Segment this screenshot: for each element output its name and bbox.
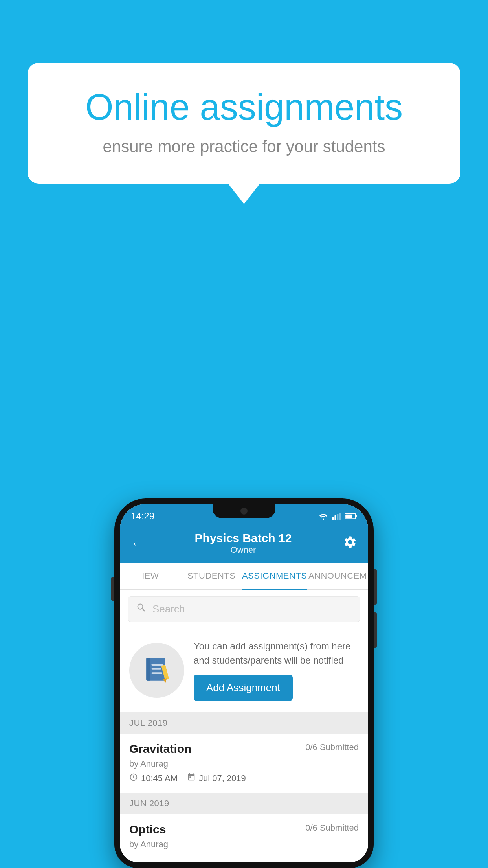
tabs-bar: IEW STUDENTS ASSIGNMENTS ANNOUNCEM xyxy=(120,563,368,590)
header-center: Physics Batch 12 Owner xyxy=(195,531,292,555)
back-button[interactable]: ← xyxy=(131,536,143,551)
svg-rect-7 xyxy=(345,515,352,518)
app-header: ← Physics Batch 12 Owner xyxy=(120,524,368,563)
assignment-item-optics[interactable]: Optics 0/6 Submitted by Anurag xyxy=(120,814,368,862)
svg-rect-2 xyxy=(334,515,336,520)
assignment-meta: 10:45 AM Jul 07, 2019 xyxy=(129,773,359,784)
phone-wrapper: 14:29 xyxy=(114,498,374,868)
svg-rect-6 xyxy=(356,515,357,517)
phone-frame: 14:29 xyxy=(114,498,374,868)
calendar-icon xyxy=(187,773,196,784)
tab-assignments[interactable]: ASSIGNMENTS xyxy=(242,563,307,590)
assignment-name-optics: Optics xyxy=(129,823,166,836)
clock-icon xyxy=(129,773,138,784)
phone-screen: 14:29 xyxy=(120,504,368,862)
svg-rect-12 xyxy=(152,672,162,674)
search-container: Search xyxy=(120,590,368,628)
assignment-status: 0/6 Submitted xyxy=(305,742,359,752)
svg-rect-1 xyxy=(332,517,334,520)
tab-overview[interactable]: IEW xyxy=(120,563,181,589)
signal-icon xyxy=(332,512,341,520)
volume-button xyxy=(111,577,114,601)
promo-right: You can add assignment(s) from here and … xyxy=(194,639,359,701)
svg-rect-4 xyxy=(339,513,341,520)
promo-icon-circle xyxy=(129,643,184,698)
tab-announcements[interactable]: ANNOUNCEM xyxy=(307,563,368,589)
bubble-title: Online assignments xyxy=(59,86,429,128)
assignment-author: by Anurag xyxy=(129,759,359,769)
assignment-time: 10:45 AM xyxy=(129,773,178,784)
wifi-icon xyxy=(318,512,329,520)
assignment-item-gravitation[interactable]: Gravitation 0/6 Submitted by Anurag 10:4… xyxy=(120,734,368,793)
search-placeholder: Search xyxy=(152,603,185,615)
status-icons xyxy=(318,512,357,520)
month-header-jun: JUN 2019 xyxy=(120,793,368,814)
assignment-author-optics: by Anurag xyxy=(129,839,359,850)
power-button xyxy=(374,569,377,605)
bubble-subtitle: ensure more practice for your students xyxy=(59,137,429,156)
svg-rect-10 xyxy=(152,664,163,666)
assignment-row-top: Gravitation 0/6 Submitted xyxy=(129,742,359,756)
month-header-jul: JUL 2019 xyxy=(120,712,368,734)
header-title: Physics Batch 12 xyxy=(195,531,292,545)
search-icon xyxy=(136,602,147,616)
svg-rect-11 xyxy=(152,668,161,669)
assignment-date: Jul 07, 2019 xyxy=(187,773,246,784)
speech-bubble: Online assignments ensure more practice … xyxy=(28,63,460,184)
assignment-row-top-optics: Optics 0/6 Submitted xyxy=(129,823,359,836)
assignment-status-optics: 0/6 Submitted xyxy=(305,823,359,833)
svg-rect-3 xyxy=(337,514,338,520)
tab-students[interactable]: STUDENTS xyxy=(181,563,242,589)
phone-notch xyxy=(213,504,275,518)
svg-point-0 xyxy=(323,519,324,520)
assignment-name: Gravitation xyxy=(129,742,191,756)
assignment-date-value: Jul 07, 2019 xyxy=(199,773,246,783)
volume-down-button xyxy=(374,612,377,648)
notebook-icon xyxy=(141,655,172,686)
speech-bubble-container: Online assignments ensure more practice … xyxy=(28,63,460,184)
svg-rect-9 xyxy=(146,658,150,681)
promo-text: You can add assignment(s) from here and … xyxy=(194,639,359,668)
add-assignment-button[interactable]: Add Assignment xyxy=(194,675,293,701)
settings-icon[interactable] xyxy=(343,535,357,552)
battery-icon xyxy=(345,512,357,520)
front-camera xyxy=(240,508,248,515)
status-time: 14:29 xyxy=(131,511,154,522)
assignment-time-value: 10:45 AM xyxy=(141,773,178,783)
promo-section: You can add assignment(s) from here and … xyxy=(120,628,368,712)
header-subtitle: Owner xyxy=(195,545,292,555)
search-bar[interactable]: Search xyxy=(128,596,360,622)
